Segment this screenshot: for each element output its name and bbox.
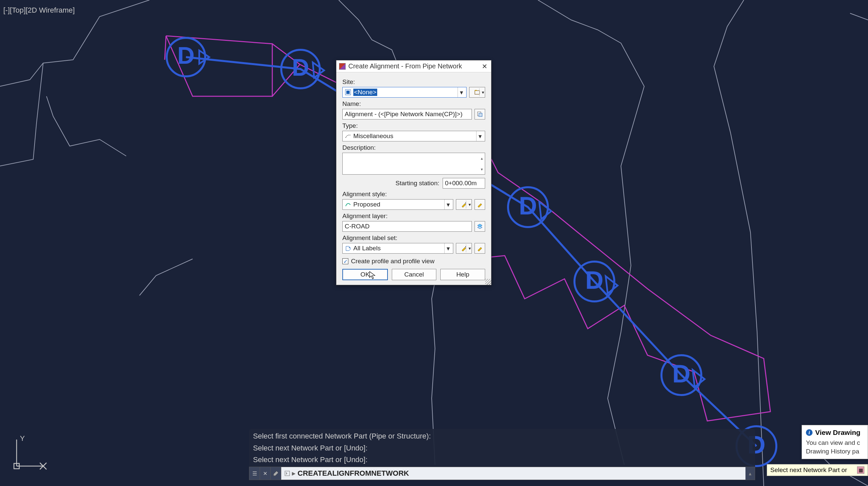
svg-rect-33 [465, 246, 466, 247]
cursor-icon [369, 271, 376, 280]
command-log-line: Select first connected Network Part (Pip… [253, 430, 751, 442]
command-active-text: CREATEALIGNFROMNETWORK [298, 469, 409, 478]
svg-rect-24 [346, 91, 350, 94]
site-browse-button[interactable]: ▾ [469, 87, 485, 98]
starting-station-input[interactable]: 0+000.00m [443, 178, 485, 189]
ok-button-label: OK [361, 271, 370, 278]
svg-marker-8 [539, 202, 551, 219]
svg-text:Y: Y [20, 434, 25, 443]
type-value: Miscellaneous [353, 132, 393, 140]
svg-marker-11 [606, 276, 618, 293]
notification-title: View Drawing [815, 428, 860, 436]
name-value: Alignment - (<[Pipe Network Name(CP)]>) [345, 110, 463, 118]
chevron-down-icon[interactable]: ▾ [444, 199, 452, 209]
svg-marker-31 [477, 226, 482, 229]
structure-d-1[interactable]: D [167, 38, 209, 76]
svg-rect-29 [465, 202, 466, 203]
description-textarea[interactable] [342, 153, 485, 174]
svg-text:D: D [585, 266, 604, 294]
type-label: Type: [342, 122, 485, 129]
structure-d-2[interactable]: D [281, 50, 324, 88]
notification-balloon[interactable]: i View Drawing You can view and c Drawin… [802, 425, 868, 459]
name-label: Name: [342, 100, 485, 107]
site-icon [345, 89, 351, 96]
svg-rect-28 [479, 113, 482, 117]
alignment-layer-label: Alignment layer: [342, 213, 485, 220]
create-profile-label: Create profile and profile view [351, 258, 434, 265]
alignment-label-set-value: All Labels [353, 245, 380, 252]
alignment-label-set-label: Alignment label set: [342, 234, 485, 242]
command-log-line: Select next Network Part or [Undo]: [253, 442, 751, 454]
alignment-style-value: Proposed [353, 201, 380, 208]
dialog-titlebar[interactable]: Create Alignment - From Pipe Network ✕ [336, 60, 491, 72]
style-edit-button[interactable]: ▾ [456, 199, 472, 210]
style-icon [345, 201, 351, 208]
structure-d-3[interactable]: D [508, 187, 551, 227]
chevron-down-icon[interactable]: ▾ [476, 131, 484, 141]
starting-station-value: 0+000.00m [445, 180, 477, 187]
command-recent-button[interactable]: ☰ [249, 467, 260, 480]
starting-station-label: Starting station: [396, 180, 439, 187]
command-prompt-icon [285, 471, 290, 476]
tooltip-text: Select next Network Part or [770, 466, 847, 474]
drawing-viewport[interactable]: [-][Top][2D Wireframe] [0, 0, 868, 486]
cancel-button-label: Cancel [404, 271, 424, 278]
layer-browse-button[interactable] [474, 221, 485, 232]
command-log[interactable]: Select first connected Network Part (Pip… [249, 429, 755, 467]
app-icon [339, 63, 346, 70]
alignment-layer-value: C-ROAD [345, 223, 370, 230]
create-alignment-dialog: Create Alignment - From Pipe Network ✕ S… [336, 60, 491, 285]
label-set-pick-button[interactable] [474, 243, 485, 254]
command-input[interactable]: ▸ CREATEALIGNFROMNETWORK [281, 467, 745, 480]
textarea-scrollbar[interactable]: ▴▾ [478, 153, 485, 174]
svg-rect-25 [475, 91, 479, 94]
chevron-down-icon[interactable]: ▾ [458, 87, 465, 97]
svg-text:D: D [292, 54, 309, 81]
command-customize-button[interactable] [271, 467, 281, 480]
name-template-button[interactable] [474, 109, 485, 120]
command-log-line: Select next Network Part or [Undo]: [253, 454, 751, 465]
site-label: Site: [342, 78, 485, 86]
command-line[interactable]: ☰ ✕ ▸ CREATEALIGNFROMNETWORK ▴ [249, 467, 755, 480]
chevron-down-icon[interactable]: ▾ [468, 202, 471, 207]
svg-rect-26 [475, 90, 477, 91]
create-profile-checkbox[interactable]: ✓ [342, 258, 348, 264]
alignment-style-combo[interactable]: Proposed ▾ [342, 199, 453, 210]
site-combo[interactable]: <None> ▾ [342, 87, 467, 98]
ok-button[interactable]: OK [342, 269, 388, 280]
type-combo[interactable]: Miscellaneous ▾ [342, 131, 485, 141]
chevron-down-icon[interactable]: ▾ [482, 90, 484, 95]
description-label: Description: [342, 144, 485, 151]
command-panel: Select first connected Network Part (Pip… [249, 429, 755, 480]
help-button[interactable]: Help [440, 269, 485, 280]
alignment-style-label: Alignment style: [342, 191, 485, 198]
svg-point-32 [349, 247, 350, 248]
alignment-layer-input[interactable]: C-ROAD [342, 221, 472, 232]
cancel-button[interactable]: Cancel [392, 269, 437, 280]
structure-d-5[interactable]: D [661, 355, 705, 395]
style-pick-button[interactable] [474, 199, 485, 210]
site-value: <None> [353, 89, 377, 96]
svg-text:D: D [519, 192, 537, 220]
svg-text:D: D [177, 42, 194, 69]
tooltip-action-icon[interactable]: ▦ [857, 466, 864, 474]
resize-grip[interactable] [485, 279, 491, 285]
chevron-down-icon[interactable]: ▾ [444, 243, 452, 253]
alignment-label-set-combo[interactable]: All Labels ▾ [342, 243, 453, 254]
structure-d-4[interactable]: D [575, 262, 618, 301]
dialog-title: Create Alignment - From Pipe Network [348, 62, 478, 70]
info-icon: i [806, 429, 812, 436]
label-set-icon [345, 245, 351, 252]
chevron-down-icon[interactable]: ▾ [468, 246, 471, 251]
name-input[interactable]: Alignment - (<[Pipe Network Name(CP)]>) [342, 109, 472, 120]
notification-body: You can view and c Drawing History pa [806, 439, 864, 455]
command-close-button[interactable]: ✕ [260, 467, 271, 480]
alignment-type-icon [345, 133, 351, 139]
svg-text:D: D [673, 359, 691, 388]
close-button[interactable]: ✕ [480, 62, 489, 70]
command-expand-button[interactable]: ▴ [745, 471, 755, 477]
help-button-label: Help [456, 271, 469, 278]
label-set-edit-button[interactable]: ▾ [456, 243, 472, 254]
dynamic-tooltip: Select next Network Part or ▦ [767, 464, 868, 476]
ucs-icon[interactable]: Y [7, 433, 50, 473]
